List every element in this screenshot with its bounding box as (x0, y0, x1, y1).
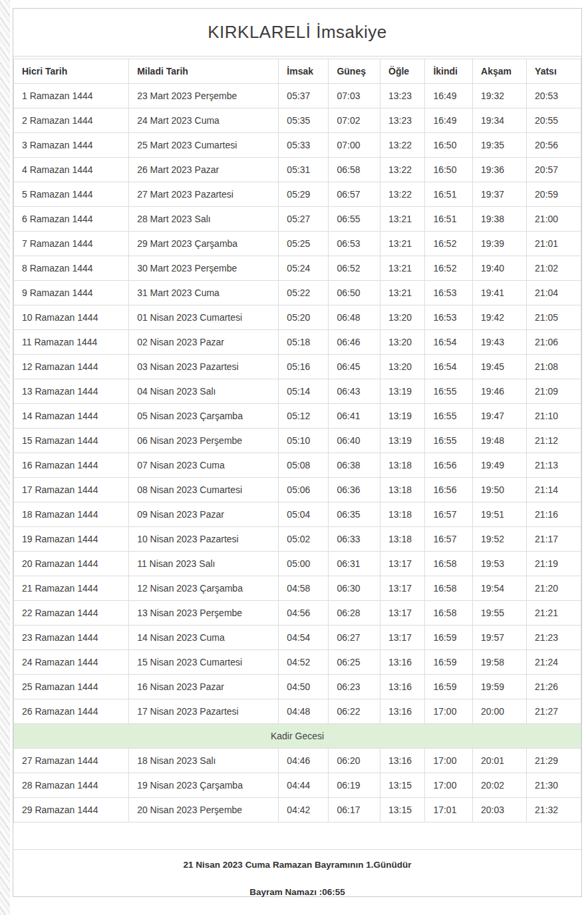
cell-ogle: 13:16 (380, 675, 425, 699)
cell-ogle: 13:19 (380, 429, 425, 453)
cell-aksam: 19:50 (473, 478, 527, 502)
cell-ogle: 13:19 (380, 379, 425, 404)
cell-hicri-tarih: 12 Ramazan 1444 (14, 355, 129, 379)
cell-ikindi: 16:54 (425, 355, 473, 379)
cell-miladi-tarih: 26 Mart 2023 Pazar (129, 158, 279, 182)
cell-gunes: 06:17 (329, 798, 380, 823)
cell-gunes: 06:46 (329, 330, 380, 355)
cell-aksam: 19:37 (473, 182, 527, 207)
cell-aksam: 19:38 (473, 207, 527, 232)
cell-yatsi: 20:56 (527, 133, 581, 158)
cell-imsak: 04:56 (279, 601, 329, 626)
table-row: 21 Ramazan 144412 Nisan 2023 Çarşamba04:… (14, 576, 581, 601)
cell-miladi-tarih: 17 Nisan 2023 Pazartesi (129, 699, 279, 724)
table-row: 2 Ramazan 144424 Mart 2023 Cuma05:3507:0… (14, 108, 581, 133)
cell-gunes: 06:40 (329, 429, 380, 453)
imsakiye-container: KIRKLARELİ İmsakiye Hicri Tarih Miladi T… (13, 8, 582, 897)
cell-hicri-tarih: 7 Ramazan 1444 (14, 232, 129, 256)
cell-ogle: 13:15 (380, 798, 425, 823)
cell-gunes: 06:57 (329, 182, 380, 207)
cell-imsak: 04:44 (279, 773, 329, 798)
cell-imsak: 05:14 (279, 379, 329, 404)
cell-hicri-tarih: 4 Ramazan 1444 (14, 158, 129, 182)
cell-aksam: 19:54 (473, 576, 527, 601)
table-row: 17 Ramazan 144408 Nisan 2023 Cumartesi05… (14, 478, 581, 502)
cell-imsak: 05:18 (279, 330, 329, 355)
cell-gunes: 06:35 (329, 502, 380, 527)
cell-ikindi: 16:57 (425, 502, 473, 527)
cell-hicri-tarih: 11 Ramazan 1444 (14, 330, 129, 355)
cell-hicri-tarih: 15 Ramazan 1444 (14, 429, 129, 453)
cell-imsak: 05:08 (279, 453, 329, 478)
cell-yatsi: 21:32 (527, 798, 581, 823)
cell-ikindi: 16:56 (425, 478, 473, 502)
table-row: 10 Ramazan 144401 Nisan 2023 Cumartesi05… (14, 305, 581, 330)
cell-gunes: 06:50 (329, 281, 380, 305)
table-header-row: Hicri Tarih Miladi Tarih İmsak Güneş Öğl… (14, 59, 581, 84)
column-header-yatsi: Yatsı (527, 59, 581, 84)
cell-imsak: 05:20 (279, 305, 329, 330)
cell-miladi-tarih: 29 Mart 2023 Çarşamba (129, 232, 279, 256)
table-row: 18 Ramazan 144409 Nisan 2023 Pazar05:040… (14, 502, 581, 527)
cell-imsak: 05:35 (279, 108, 329, 133)
cell-ogle: 13:21 (380, 232, 425, 256)
page-title: KIRKLARELİ İmsakiye (208, 22, 387, 43)
cell-aksam: 19:59 (473, 675, 527, 699)
cell-yatsi: 21:13 (527, 453, 581, 478)
table-row: 13 Ramazan 144404 Nisan 2023 Salı05:1406… (14, 379, 581, 404)
cell-imsak: 04:50 (279, 675, 329, 699)
cell-miladi-tarih: 10 Nisan 2023 Pazartesi (129, 527, 279, 552)
table-row: 12 Ramazan 144403 Nisan 2023 Pazartesi05… (14, 355, 581, 379)
prayer-times-table: Hicri Tarih Miladi Tarih İmsak Güneş Öğl… (13, 59, 581, 823)
cell-miladi-tarih: 16 Nisan 2023 Pazar (129, 675, 279, 699)
cell-ogle: 13:18 (380, 527, 425, 552)
cell-aksam: 19:49 (473, 453, 527, 478)
cell-hicri-tarih: 18 Ramazan 1444 (14, 502, 129, 527)
bayram-info-box: 21 Nisan 2023 Cuma Ramazan Bayramının 1.… (13, 849, 581, 906)
cell-aksam: 19:48 (473, 429, 527, 453)
bayram-day-text: 21 Nisan 2023 Cuma Ramazan Bayramının 1.… (13, 860, 581, 870)
cell-miladi-tarih: 05 Nisan 2023 Çarşamba (129, 404, 279, 429)
cell-ogle: 13:22 (380, 158, 425, 182)
cell-ikindi: 17:00 (425, 773, 473, 798)
cell-ikindi: 16:51 (425, 207, 473, 232)
cell-aksam: 19:47 (473, 404, 527, 429)
cell-gunes: 06:28 (329, 601, 380, 626)
cell-yatsi: 21:16 (527, 502, 581, 527)
cell-ogle: 13:21 (380, 281, 425, 305)
cell-gunes: 06:38 (329, 453, 380, 478)
cell-aksam: 19:41 (473, 281, 527, 305)
cell-hicri-tarih: 14 Ramazan 1444 (14, 404, 129, 429)
cell-imsak: 04:54 (279, 626, 329, 650)
kadir-gecesi-label: Kadir Gecesi (14, 724, 581, 749)
table-row: 3 Ramazan 144425 Mart 2023 Cumartesi05:3… (14, 133, 581, 158)
table-row: 29 Ramazan 144420 Nisan 2023 Perşembe04:… (14, 798, 581, 823)
cell-miladi-tarih: 11 Nisan 2023 Salı (129, 552, 279, 576)
cell-yatsi: 21:09 (527, 379, 581, 404)
table-row: 4 Ramazan 144426 Mart 2023 Pazar05:3106:… (14, 158, 581, 182)
cell-yatsi: 21:14 (527, 478, 581, 502)
cell-yatsi: 20:53 (527, 84, 581, 108)
cell-imsak: 05:04 (279, 502, 329, 527)
cell-gunes: 06:30 (329, 576, 380, 601)
cell-yatsi: 21:10 (527, 404, 581, 429)
cell-miladi-tarih: 20 Nisan 2023 Perşembe (129, 798, 279, 823)
cell-miladi-tarih: 19 Nisan 2023 Çarşamba (129, 773, 279, 798)
column-header-gunes: Güneş (329, 59, 380, 84)
cell-ikindi: 16:52 (425, 256, 473, 281)
cell-ikindi: 17:00 (425, 749, 473, 773)
cell-hicri-tarih: 19 Ramazan 1444 (14, 527, 129, 552)
cell-aksam: 19:58 (473, 650, 527, 675)
cell-gunes: 06:53 (329, 232, 380, 256)
cell-ikindi: 16:58 (425, 576, 473, 601)
cell-hicri-tarih: 21 Ramazan 1444 (14, 576, 129, 601)
cell-hicri-tarih: 6 Ramazan 1444 (14, 207, 129, 232)
cell-aksam: 20:01 (473, 749, 527, 773)
cell-yatsi: 20:55 (527, 108, 581, 133)
cell-miladi-tarih: 01 Nisan 2023 Cumartesi (129, 305, 279, 330)
cell-hicri-tarih: 16 Ramazan 1444 (14, 453, 129, 478)
column-header-miladi-tarih: Miladi Tarih (129, 59, 279, 84)
cell-hicri-tarih: 9 Ramazan 1444 (14, 281, 129, 305)
cell-miladi-tarih: 08 Nisan 2023 Cumartesi (129, 478, 279, 502)
table-row: 9 Ramazan 144431 Mart 2023 Cuma05:2206:5… (14, 281, 581, 305)
